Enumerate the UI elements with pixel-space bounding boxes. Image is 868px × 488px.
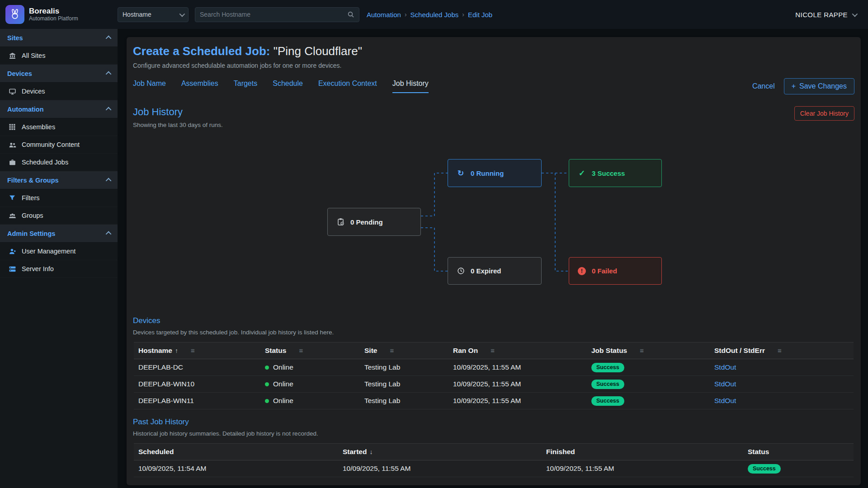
tab-job-history[interactable]: Job History <box>392 80 429 93</box>
past-job-history-subheading: Historical job history summaries. Detail… <box>133 430 318 437</box>
online-dot-icon <box>265 399 269 403</box>
scheduled-jobs-icon <box>8 158 16 166</box>
flow-box-expired[interactable]: 0 Expired <box>448 257 542 285</box>
user-name: NICOLE RAPPE <box>795 11 848 19</box>
filter-menu-icon[interactable]: ≡ <box>191 347 195 354</box>
chevron-up-icon <box>106 178 112 184</box>
site-cell: Testing Lab <box>360 359 448 376</box>
tab-schedule[interactable]: Schedule <box>273 80 303 93</box>
sidebar-item-user-management[interactable]: User Management <box>0 243 118 260</box>
table-row: DEEPLAB-WIN10 Online Testing Lab 10/09/2… <box>134 376 854 393</box>
flow-box-label: 3 Success <box>592 169 625 177</box>
sidebar-item-devices[interactable]: Devices <box>0 83 118 100</box>
filter-menu-icon[interactable]: ≡ <box>640 347 644 354</box>
status-cell: Success <box>743 460 854 477</box>
sidebar-section-sites[interactable]: Sites <box>0 29 118 47</box>
chevron-up-icon <box>106 71 112 77</box>
sidebar-item-all-sites[interactable]: All Sites <box>0 47 118 65</box>
sort-ascending-icon[interactable]: ↑ <box>175 347 178 354</box>
sidebar-item-scheduled-jobs[interactable]: Scheduled Jobs <box>0 154 118 171</box>
status-cell: Online <box>260 393 360 409</box>
search-icon[interactable] <box>347 11 354 18</box>
tab-execution-context[interactable]: Execution Context <box>318 80 377 93</box>
stdout-link[interactable]: StdOut <box>714 363 736 371</box>
stdout-link[interactable]: StdOut <box>714 380 736 388</box>
sidebar-item-assemblies[interactable]: Assemblies <box>0 118 118 136</box>
breadcrumb-scheduled-jobs[interactable]: Scheduled Jobs <box>410 11 459 19</box>
flow-box-failed[interactable]: ! 0 Failed <box>569 257 662 285</box>
user-menu[interactable]: NICOLE RAPPE <box>795 11 868 19</box>
job-history-heading: Job History <box>133 106 223 118</box>
edit-job-card: Create a Scheduled Job: "Ping Cloudflare… <box>127 37 861 485</box>
hostname-select[interactable]: Hostname <box>118 7 189 22</box>
devices-table: Hostname↑≡ Status≡ Site≡ Ran On≡ Job Sta… <box>134 342 854 409</box>
column-header-stdout[interactable]: StdOut / StdErr≡ <box>710 343 854 359</box>
tab-targets[interactable]: Targets <box>234 80 257 93</box>
search-input[interactable] <box>200 11 347 18</box>
sidebar-item-label: User Management <box>22 248 75 255</box>
save-changes-button[interactable]: + Save Changes <box>784 78 854 94</box>
chevron-up-icon <box>106 231 112 237</box>
column-header-finished[interactable]: Finished <box>542 444 743 460</box>
past-job-history-header: Past Job History Historical job history … <box>133 418 854 437</box>
column-header-started[interactable]: Started↓ <box>338 444 542 460</box>
filter-menu-icon[interactable]: ≡ <box>390 347 394 354</box>
job-status-cell: Success <box>587 359 710 376</box>
sidebar-item-groups[interactable]: Groups <box>0 207 118 225</box>
column-header-ran-on[interactable]: Ran On≡ <box>448 343 587 359</box>
table-row: 10/09/2025, 11:54 AM 10/09/2025, 11:55 A… <box>134 460 854 477</box>
page-title-job-name: "Ping Cloudflare" <box>274 44 362 58</box>
sidebar-item-server-info[interactable]: Server Info <box>0 260 118 278</box>
expired-clock-icon <box>456 267 465 275</box>
sidebar-item-community-content[interactable]: Community Content <box>0 136 118 154</box>
check-icon: ✓ <box>577 169 586 178</box>
flow-box-label: 0 Running <box>471 169 504 177</box>
stdout-cell: StdOut <box>710 359 854 376</box>
column-header-scheduled[interactable]: Scheduled <box>134 444 338 460</box>
sidebar-item-filters[interactable]: Filters <box>0 189 118 207</box>
site-cell: Testing Lab <box>360 393 448 409</box>
breadcrumb-automation[interactable]: Automation <box>367 11 401 19</box>
column-header-status[interactable]: Status <box>743 444 854 460</box>
sidebar-section-devices[interactable]: Devices <box>0 65 118 83</box>
sites-icon <box>8 52 16 60</box>
stdout-link[interactable]: StdOut <box>714 397 736 404</box>
clear-job-history-button[interactable]: Clear Job History <box>794 106 854 121</box>
tabs: Job Name Assemblies Targets Schedule Exe… <box>133 80 429 93</box>
column-header-hostname[interactable]: Hostname↑≡ <box>134 343 260 359</box>
job-status-cell: Success <box>587 376 710 393</box>
breadcrumb-separator: › <box>462 11 464 18</box>
sidebar-section-admin-settings[interactable]: Admin Settings <box>0 225 118 243</box>
tab-job-name[interactable]: Job Name <box>133 80 166 93</box>
filter-menu-icon[interactable]: ≡ <box>778 347 782 354</box>
sidebar-item-label: Community Content <box>22 141 80 148</box>
filter-menu-icon[interactable]: ≡ <box>299 347 303 354</box>
flow-box-success[interactable]: ✓ 3 Success <box>569 159 662 187</box>
filter-menu-icon[interactable]: ≡ <box>491 347 495 354</box>
sidebar-section-filters-groups[interactable]: Filters & Groups <box>0 171 118 189</box>
site-cell: Testing Lab <box>360 376 448 393</box>
column-header-status[interactable]: Status≡ <box>260 343 360 359</box>
page-subtitle: Configure advanced schedulable automatio… <box>133 62 854 69</box>
tab-assemblies[interactable]: Assemblies <box>181 80 218 93</box>
pending-icon <box>336 218 345 226</box>
tabs-row: Job Name Assemblies Targets Schedule Exe… <box>133 78 854 94</box>
community-content-icon <box>8 141 16 149</box>
devices-subheading: Devices targeted by this scheduled job. … <box>133 329 334 336</box>
page-title: Create a Scheduled Job: "Ping Cloudflare… <box>133 44 854 58</box>
page-title-prefix: Create a Scheduled Job: <box>133 44 270 58</box>
column-header-site[interactable]: Site≡ <box>360 343 448 359</box>
breadcrumb-edit-job[interactable]: Edit Job <box>468 11 492 19</box>
ran-on-cell: 10/09/2025, 11:55 AM <box>448 393 587 409</box>
assemblies-icon <box>8 123 16 131</box>
flow-box-pending[interactable]: 0 Pending <box>327 208 421 236</box>
column-header-job-status[interactable]: Job Status≡ <box>587 343 710 359</box>
main-content: Create a Scheduled Job: "Ping Cloudflare… <box>118 29 868 488</box>
stdout-cell: StdOut <box>710 393 854 409</box>
sidebar-section-automation[interactable]: Automation <box>0 100 118 118</box>
sort-descending-icon[interactable]: ↓ <box>369 448 373 455</box>
sidebar-item-label: All Sites <box>22 52 45 59</box>
cancel-button[interactable]: Cancel <box>752 82 775 90</box>
running-icon: ↻ <box>456 169 465 178</box>
flow-box-running[interactable]: ↻ 0 Running <box>448 159 542 187</box>
